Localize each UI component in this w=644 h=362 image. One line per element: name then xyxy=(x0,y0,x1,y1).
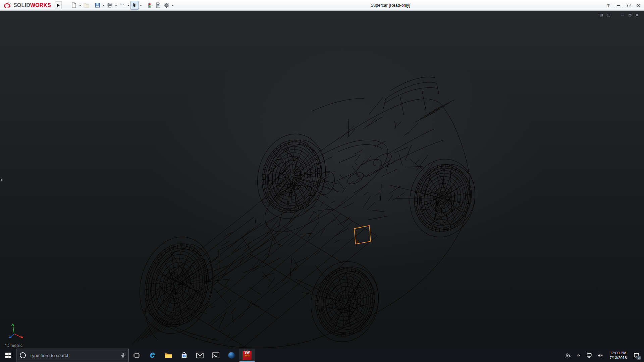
task-view-button[interactable] xyxy=(129,349,145,362)
view-orientation-label: *Dimetric xyxy=(5,343,22,348)
taskbar-store-button[interactable] xyxy=(176,349,192,362)
help-icon: ? xyxy=(607,3,610,8)
save-button[interactable] xyxy=(93,1,101,10)
new-document-button[interactable] xyxy=(70,1,78,10)
new-document-dropdown[interactable] xyxy=(78,1,82,10)
undo-icon xyxy=(119,2,125,8)
taskbar-command-prompt-button[interactable] xyxy=(208,349,223,362)
search-input[interactable] xyxy=(29,353,118,358)
task-view-icon xyxy=(133,352,141,358)
menu-flyout-button[interactable] xyxy=(55,1,62,9)
brand-solid-text: SOLID xyxy=(13,2,30,8)
rebuild-traffic-light-icon xyxy=(147,2,153,8)
network-icon xyxy=(587,353,592,358)
rebuild-button[interactable] xyxy=(146,1,154,10)
people-icon xyxy=(565,353,571,358)
clock-button[interactable]: 12:00 PM 7/13/2018 xyxy=(606,349,631,362)
select-tool-button[interactable] xyxy=(130,1,139,10)
quick-access-toolbar xyxy=(70,1,174,10)
titlebar: SOLIDWORKS xyxy=(0,0,644,11)
taskbar-file-explorer-button[interactable] xyxy=(160,349,176,362)
blue-sphere-icon xyxy=(228,352,235,359)
select-cursor-icon xyxy=(132,2,138,8)
pane2-icon xyxy=(607,14,610,16)
options-dropdown[interactable] xyxy=(171,1,174,10)
windows-logo-icon xyxy=(5,353,11,358)
doc-pane-button[interactable] xyxy=(600,14,603,16)
print-button[interactable] xyxy=(106,1,114,10)
restore-icon xyxy=(627,5,630,7)
taskbar-mail-button[interactable] xyxy=(192,349,208,362)
open-folder-icon xyxy=(84,2,89,8)
car-wireframe[interactable] xyxy=(0,11,644,349)
undo-button[interactable] xyxy=(118,1,126,10)
doc-restore-icon xyxy=(629,14,631,16)
mail-icon xyxy=(196,353,204,358)
clock-time: 12:00 PM xyxy=(610,351,626,355)
chevron-up-icon xyxy=(577,354,581,357)
edge-icon: e xyxy=(150,350,155,359)
start-button[interactable] xyxy=(0,349,16,362)
brand-works-text: WORKS xyxy=(30,2,51,8)
doc-close-button[interactable] xyxy=(635,13,639,17)
clock-date: 7/13/2018 xyxy=(609,355,627,360)
doc-restore-button[interactable] xyxy=(629,14,631,16)
taskbar-edge-button[interactable]: e xyxy=(145,349,160,362)
taskbar-edrawings-button[interactable] xyxy=(223,349,239,362)
store-icon xyxy=(181,352,187,359)
action-center-button[interactable]: 3 xyxy=(631,349,641,362)
solidworks-logo-icon xyxy=(3,2,12,9)
taskbar-solidworks-button[interactable]: SW 2017 xyxy=(239,349,255,362)
cortana-icon[interactable] xyxy=(20,352,26,358)
options-button[interactable] xyxy=(162,1,170,10)
new-document-icon xyxy=(71,2,77,8)
hidden-icons-button[interactable] xyxy=(574,349,584,362)
print-dropdown[interactable] xyxy=(114,1,118,10)
help-button[interactable]: ? xyxy=(607,3,610,8)
system-tray: 12:00 PM 7/13/2018 3 xyxy=(563,349,644,362)
doc-minimize-icon xyxy=(621,15,624,15)
minimize-button[interactable] xyxy=(617,5,620,6)
featuremanager-expand-arrow[interactable] xyxy=(1,178,5,182)
options-gear-icon xyxy=(164,2,169,8)
doc-pane2-button[interactable] xyxy=(607,14,610,16)
undo-dropdown[interactable] xyxy=(126,1,130,10)
minimize-icon xyxy=(617,5,620,6)
document-title: Supercar [Read-only] xyxy=(371,3,410,8)
print-icon xyxy=(107,2,113,8)
taskbar-search[interactable] xyxy=(16,349,129,362)
file-explorer-icon xyxy=(164,352,172,359)
doc-close-icon xyxy=(635,13,639,17)
document-window-controls xyxy=(600,13,639,17)
file-properties-icon xyxy=(155,2,161,8)
file-properties-button[interactable] xyxy=(154,1,162,10)
orientation-triad-icon xyxy=(7,321,25,340)
solidworks-2017-icon: SW 2017 xyxy=(243,351,252,360)
save-dropdown[interactable] xyxy=(102,1,105,10)
solidworks-logo: SOLIDWORKS xyxy=(3,2,51,9)
notification-badge: 3 xyxy=(636,356,641,360)
close-icon xyxy=(637,4,641,7)
microphone-icon[interactable] xyxy=(121,353,125,358)
restore-button[interactable] xyxy=(627,4,630,7)
network-button[interactable] xyxy=(584,349,594,362)
save-floppy-icon xyxy=(95,2,100,8)
graphics-viewport[interactable]: *Dimetric xyxy=(0,11,644,349)
open-button[interactable] xyxy=(82,1,90,10)
flyout-arrow-icon xyxy=(57,4,60,7)
doc-minimize-button[interactable] xyxy=(621,15,624,15)
people-button[interactable] xyxy=(563,349,573,362)
volume-button[interactable] xyxy=(595,349,605,362)
close-button[interactable] xyxy=(637,4,641,7)
windows-taskbar: e xyxy=(0,349,644,362)
select-dropdown[interactable] xyxy=(139,1,143,10)
pane-icon xyxy=(600,14,603,16)
command-prompt-icon xyxy=(212,352,219,358)
speaker-icon xyxy=(597,353,603,358)
window-controls: ? xyxy=(607,0,641,11)
